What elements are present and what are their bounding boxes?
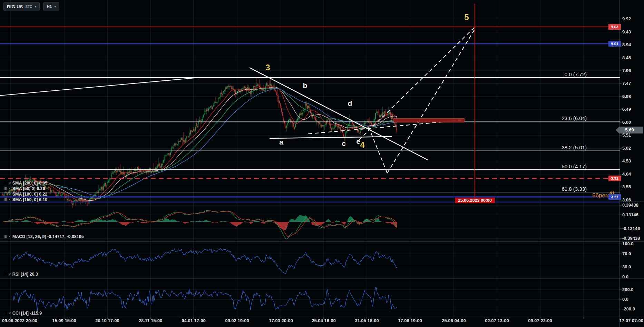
settings-icon[interactable]: ☰ (4, 272, 7, 276)
current-price-marker: 5.69 (616, 127, 643, 133)
fib-level-label: 0.0 (7.72) (483, 71, 587, 77)
settings-icon[interactable]: ☰ (4, 192, 7, 196)
time-tick-label: 09.07 22:00 (528, 318, 552, 323)
time-tick-label: 17.03 20:00 (269, 318, 293, 323)
rsi-tick-label: 30.0 (622, 264, 631, 269)
time-tick-label: 15.09 15:00 (52, 318, 76, 323)
rsi-tick-label: 100.0 (622, 241, 634, 246)
price-level-tag: 9.01 (608, 41, 621, 47)
time-tick-label: 17.07 07:00 (619, 318, 643, 323)
close-icon[interactable]: ✕ (8, 272, 11, 276)
close-icon[interactable]: ✕ (8, 235, 11, 238)
close-icon[interactable]: ✕ (8, 181, 11, 185)
settings-icon[interactable]: ☰ (4, 181, 7, 185)
wave-label-c: c (342, 139, 346, 148)
price-tick-label: 7.96 (622, 68, 631, 73)
sma-legend-row: ☰✕SMA [200, 0] 6.05 (4, 181, 47, 186)
time-tick-label: 25.04 16:00 (312, 318, 335, 323)
close-icon[interactable]: ✕ (8, 187, 11, 190)
wave-label-4: 4 (360, 140, 364, 150)
symbol-label: RIG.US (7, 4, 23, 9)
close-icon[interactable]: ✕ (8, 192, 11, 196)
fib-level-label: 38.2 (5.01) (483, 145, 587, 150)
price-tick-label: 3.06 (622, 197, 631, 202)
chart-window: RIG.US STC ▾ H1 ▾ ☰✕SMA [200, 0] 6.05☰✕S… (0, 0, 644, 327)
wave-label-3: 3 (265, 63, 270, 72)
symbol-selector[interactable]: RIG.US STC ▾ (3, 2, 40, 11)
close-icon[interactable]: ✕ (8, 311, 11, 315)
wave-label-a: a (279, 138, 283, 146)
rsi-tick-label: 70.0 (622, 251, 631, 256)
rsi-legend: ☰ ✕ RSI [14] 26.3 (4, 272, 38, 277)
macd-tick-label: 0.13146 (622, 212, 638, 217)
indicator-label: SMA [200, 0] 6.05 (12, 181, 48, 186)
chevron-down-icon: ▾ (54, 5, 56, 8)
settings-icon[interactable]: ☰ (4, 235, 7, 238)
time-tick-label: 02.07 13:00 (485, 318, 509, 323)
price-tick-label: 6.49 (622, 107, 631, 112)
indicator-label: SMA [50, 0] 6.26 (12, 186, 45, 191)
indicator-label: RSI [14] 26.3 (12, 272, 38, 277)
price-tick-label: 4.53 (622, 158, 631, 164)
sma-legend-row: ☰✕SMA [50, 0] 6.26 (4, 186, 47, 191)
time-tick-label: 17.06 19:00 (398, 318, 422, 323)
cci-tick-label: 200.0 (622, 287, 634, 292)
macd-tick-label: -0.39438 (622, 236, 640, 241)
time-tick-label: 28.11 15:00 (139, 318, 163, 323)
price-tick-label: 6.98 (622, 94, 631, 99)
wave-label-5: 5 (464, 12, 469, 22)
cci-tick-label: 0.0 (622, 297, 628, 302)
price-level-tag: 3.91 (608, 176, 621, 181)
price-tick-label: 8.94 (622, 42, 631, 47)
price-tick-label: 6.00 (622, 120, 631, 125)
indicator-label: MACD [12, 26, 9] -0.14717, -0.08195 (12, 234, 84, 239)
macd-tick-label: 0.39438 (622, 202, 638, 208)
price-tick-label: 4.04 (622, 171, 631, 177)
chevron-down-icon: ▾ (35, 5, 37, 8)
wave-label-e: e (356, 137, 360, 146)
cci-legend: ☰ ✕ CCI [14] -115.9 (4, 311, 42, 316)
rsi-tick-label: 0.0 (622, 274, 628, 279)
indicator-label: SMA [100, 0] 6.22 (12, 192, 48, 197)
time-tick-label: 04.01 17:00 (182, 318, 205, 323)
settings-icon[interactable]: ☰ (4, 311, 7, 315)
macd-legend: ☰ ✕ MACD [12, 26, 9] -0.14717, -0.08195 (4, 234, 84, 239)
price-tick-label: 5.02 (622, 146, 631, 151)
sma-legend-row: ☰✕SMA [150, 0] 6.10 (4, 197, 47, 202)
time-tick-label: 20.10 17:00 (95, 318, 119, 323)
provider-label: STC (26, 5, 32, 9)
price-tick-label: 7.47 (622, 81, 631, 86)
indicator-label: SMA [150, 0] 6.10 (12, 197, 48, 202)
price-level-tag: 3.27 (608, 194, 621, 200)
indicator-label: CCI [14] -115.9 (12, 311, 42, 316)
symbol-toolbar: RIG.US STC ▾ H1 ▾ (3, 2, 59, 11)
price-tick-label: 8.45 (622, 55, 631, 60)
wave-label-b: b (303, 81, 308, 90)
settings-icon[interactable]: ☰ (4, 187, 7, 190)
price-tick-label: 3.55 (622, 184, 631, 189)
date-label: 25.06.2023 00:00 (455, 198, 495, 203)
price-tick-label: 9.92 (622, 16, 631, 21)
settings-icon[interactable]: ☰ (4, 198, 7, 201)
sma-legend-row: ☰✕SMA [100, 0] 6.22 (4, 192, 47, 197)
fib-level-label: 61.8 (3.33) (483, 186, 587, 192)
sma-legend: ☰✕SMA [200, 0] 6.05☰✕SMA [50, 0] 6.26☰✕S… (4, 181, 47, 203)
macd-tick-label: -0.13146 (622, 226, 640, 231)
timeframe-selector[interactable]: H1 ▾ (43, 2, 59, 11)
wave-label-d: d (348, 99, 352, 108)
fib-level-label: 23.6 (6.04) (483, 115, 587, 121)
time-tick-label: 09.02 19:00 (225, 318, 249, 323)
time-tick-label: 09.08.2022 20:00 (2, 318, 37, 323)
fib-note: 56perc (518, 192, 610, 199)
time-tick-label: 25.06 04:00 (442, 318, 466, 323)
price-tick-label: 9.43 (622, 29, 631, 34)
price-level-tag: 9.63 (608, 24, 621, 30)
timeframe-label: H1 (47, 4, 52, 9)
fib-level-label: 50.0 (4.17) (483, 164, 587, 169)
cci-tick-label: -200.0 (622, 306, 635, 311)
close-icon[interactable]: ✕ (8, 198, 11, 201)
time-tick-label: 31.05 18:00 (355, 318, 379, 323)
